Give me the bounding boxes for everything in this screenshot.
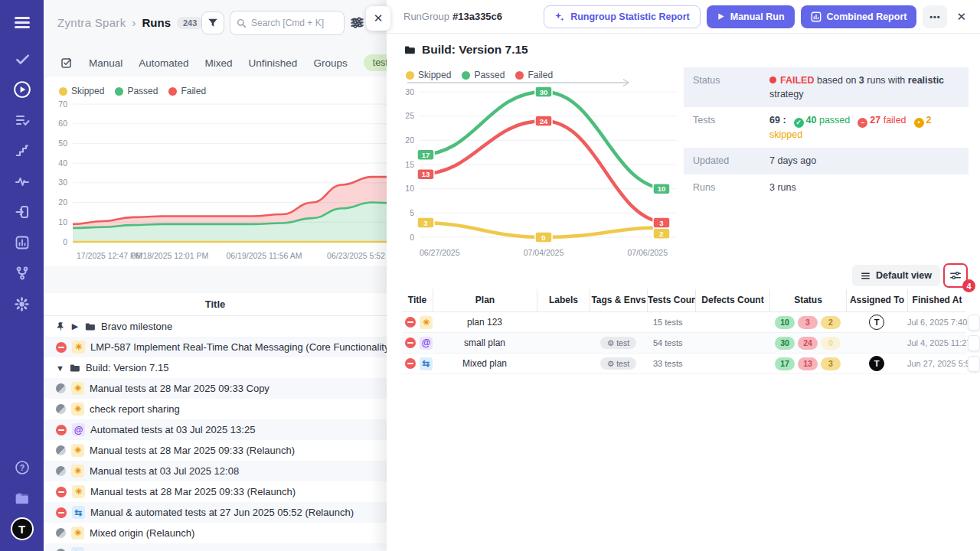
caret-down-icon[interactable]: ▼	[56, 364, 64, 373]
table-view-controls: Default view	[852, 265, 966, 286]
menu-icon[interactable]	[9, 9, 35, 35]
runs-count-badge: 243	[177, 17, 203, 29]
default-view-button[interactable]: Default view	[852, 265, 940, 286]
app-root: ? T Zyntra Spark › Runs 243	[0, 0, 980, 551]
svg-text:0: 0	[63, 237, 67, 246]
manual-run-icon: ✳	[71, 465, 84, 478]
run-list-row[interactable]: ▶Bravo milestone	[44, 316, 387, 337]
run-list-row[interactable]: ⇆	[44, 543, 387, 551]
table-row[interactable]: ⇆Mixed plan⚙ test33 tests17133TJun 27, 2…	[402, 354, 966, 374]
analytics-icon[interactable]	[9, 230, 35, 256]
tag-pill[interactable]: ⚙ test	[600, 337, 636, 349]
projects-icon[interactable]	[9, 485, 35, 511]
detail-row-runs: Runs 3 runs	[684, 174, 969, 201]
columns-settings-icon[interactable]	[351, 15, 364, 32]
manual-run-icon: ✳	[71, 527, 84, 540]
folder-icon	[69, 362, 80, 373]
rungroup-statistic-report-button[interactable]: Rungroup Statistic Report	[544, 5, 701, 28]
column-header[interactable]: Title	[402, 289, 433, 311]
settings-icon[interactable]	[9, 291, 35, 317]
tab-mixed[interactable]: Mixed	[205, 57, 233, 69]
svg-text:06/23/2025 5:52 P: 06/23/2025 5:52 P	[327, 251, 393, 260]
milestones-icon[interactable]	[9, 138, 35, 164]
suites-icon[interactable]	[9, 107, 35, 133]
imports-icon[interactable]	[9, 199, 35, 225]
tab-unfinished[interactable]: Unfinished	[249, 57, 298, 69]
tests-icon[interactable]	[9, 46, 35, 72]
column-header[interactable]: Tests Count	[647, 289, 695, 311]
status-pill-fail: 3	[798, 316, 818, 329]
mixed-run-icon: ⇆	[420, 357, 433, 370]
help-icon[interactable]: ?	[9, 455, 35, 481]
page-title: Runs	[142, 16, 171, 29]
run-list-row[interactable]: ▼Build: Version 7.15	[44, 357, 387, 378]
svg-text:06/19/2025 11:56 AM: 06/19/2025 11:56 AM	[226, 251, 302, 260]
breadcrumb-project[interactable]: Zyntra Spark	[57, 16, 126, 29]
column-header[interactable]: Plan	[433, 289, 537, 311]
legend-item: Skipped	[406, 70, 451, 80]
svg-text:30: 30	[405, 87, 414, 96]
column-header[interactable]: Status	[769, 289, 846, 311]
sliders-icon	[949, 269, 962, 282]
close-panel-icon[interactable]: ✕	[956, 10, 966, 24]
run-list-row[interactable]: ✳Manual tests at 28 Mar 2025 09:33 (Rela…	[44, 440, 387, 461]
cell-title: @	[402, 337, 433, 350]
pulse-icon[interactable]	[9, 168, 35, 194]
assignee-avatar[interactable]: T	[869, 315, 884, 330]
table-row[interactable]: ✳plan 12315 tests1032TJul 6, 2025 7:40	[402, 312, 966, 333]
table-row[interactable]: @small plan⚙ test54 tests30240Jul 4, 202…	[402, 333, 966, 354]
run-list-row[interactable]: ✳Manual tests at 03 Jul 2025 12:08	[44, 461, 387, 481]
cell-status: 17133	[769, 357, 846, 370]
cell-plan[interactable]: plan 123	[433, 317, 537, 328]
run-list-row[interactable]: ✳LMP-587 Implement Real-Time Chat Messag…	[44, 337, 387, 357]
tag-pill[interactable]: ⚙ test	[600, 357, 636, 370]
status-pill-skip: 3	[821, 357, 841, 370]
assignee-avatar[interactable]: T	[869, 356, 884, 371]
status-pill-pass: 17	[775, 357, 795, 370]
tab-groups[interactable]: Groups	[313, 57, 347, 69]
filter-button[interactable]	[201, 11, 224, 34]
list-view-icon	[861, 271, 871, 281]
tab-automated[interactable]: Automated	[139, 57, 188, 69]
manual-run-button[interactable]: Manual Run	[707, 5, 795, 28]
search-input[interactable]	[251, 18, 335, 28]
bulk-select-icon[interactable]	[60, 57, 73, 69]
svg-text:3: 3	[659, 219, 663, 227]
run-title: LMP-587 Implement Real-Time Chat Messagi…	[90, 341, 393, 353]
branches-icon[interactable]	[9, 260, 35, 286]
column-header[interactable]: Tags & Envs	[590, 289, 647, 311]
column-header[interactable]: Defects Count	[695, 289, 769, 311]
more-actions-button[interactable]: •••	[923, 5, 947, 28]
cell-plan[interactable]: Mixed plan	[433, 358, 537, 369]
run-list-row[interactable]: ✳Manual tests at 28 Mar 2025 09:33 (Rela…	[44, 481, 387, 502]
runs-icon[interactable]	[9, 77, 35, 103]
panel-edge-close-button[interactable]: ✕	[366, 6, 390, 31]
search-icon	[237, 18, 247, 28]
column-header[interactable]: Labels	[537, 289, 590, 311]
run-list-row[interactable]: @Automated tests at 03 Jul 2025 13:25	[44, 419, 387, 440]
run-title: Bravo milestone	[101, 321, 172, 332]
failed-status-icon	[405, 358, 416, 369]
cell-tests-count: 15 tests	[647, 318, 695, 327]
svg-text:24: 24	[540, 117, 548, 126]
run-list-row[interactable]: ✳Mixed origin (Relaunch)	[44, 523, 387, 543]
play-icon	[717, 12, 725, 21]
account-avatar[interactable]: T	[9, 516, 35, 542]
cell-plan[interactable]: small plan	[433, 337, 537, 348]
run-list-row[interactable]: ✳check report sharing	[44, 399, 387, 419]
combined-report-button[interactable]: Combined Report	[801, 5, 917, 28]
column-header[interactable]: Assigned To	[846, 289, 907, 311]
column-header[interactable]: Finished At	[907, 289, 966, 311]
automated-run-icon: @	[420, 337, 433, 350]
caret-right-icon[interactable]: ▶	[71, 321, 79, 331]
row-actions-button[interactable]	[968, 356, 980, 372]
row-actions-button[interactable]	[968, 315, 980, 331]
runs-page: Zyntra Spark › Runs 243 ManualAutomatedM…	[44, 0, 387, 551]
run-list-row[interactable]: ✳Manual tests at 28 Mar 2025 09:33 Copy	[44, 378, 387, 399]
tab-manual[interactable]: Manual	[89, 57, 122, 69]
run-list-row[interactable]: ⇆Manual & automated tests at 27 Jun 2025…	[44, 502, 387, 523]
svg-text:07/06/2025: 07/06/2025	[627, 248, 668, 257]
rungroup-details: Status FAILED based on 3 runs with reali…	[684, 67, 969, 201]
failed-status-icon	[405, 337, 416, 348]
row-actions-button[interactable]	[968, 335, 980, 351]
